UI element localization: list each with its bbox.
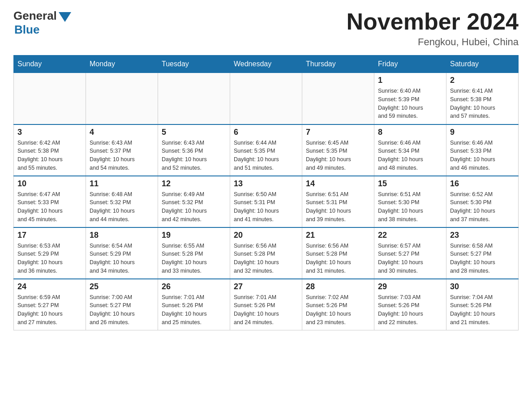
day-number: 16 <box>450 179 515 188</box>
logo-triangle-icon <box>59 12 71 22</box>
week-row-5: 24Sunrise: 6:59 AM Sunset: 5:27 PM Dayli… <box>14 279 519 330</box>
calendar-cell: 21Sunrise: 6:56 AM Sunset: 5:28 PM Dayli… <box>302 227 374 279</box>
calendar-cell <box>302 73 374 124</box>
day-info: Sunrise: 6:50 AM Sunset: 5:31 PM Dayligh… <box>234 190 298 224</box>
calendar-table: SundayMondayTuesdayWednesdayThursdayFrid… <box>13 55 519 330</box>
calendar-cell: 23Sunrise: 6:58 AM Sunset: 5:27 PM Dayli… <box>446 227 519 279</box>
weekday-header-tuesday: Tuesday <box>158 56 230 73</box>
calendar-cell: 25Sunrise: 7:00 AM Sunset: 5:27 PM Dayli… <box>86 279 158 330</box>
calendar-cell: 5Sunrise: 6:43 AM Sunset: 5:36 PM Daylig… <box>158 124 230 176</box>
calendar-cell: 19Sunrise: 6:55 AM Sunset: 5:28 PM Dayli… <box>158 227 230 279</box>
day-number: 4 <box>90 128 154 137</box>
day-number: 23 <box>450 231 515 240</box>
day-info: Sunrise: 7:04 AM Sunset: 5:26 PM Dayligh… <box>450 293 515 327</box>
day-info: Sunrise: 6:59 AM Sunset: 5:27 PM Dayligh… <box>17 293 82 327</box>
day-number: 19 <box>162 231 226 240</box>
day-number: 14 <box>306 179 370 188</box>
day-info: Sunrise: 6:56 AM Sunset: 5:28 PM Dayligh… <box>234 242 298 275</box>
day-info: Sunrise: 6:51 AM Sunset: 5:30 PM Dayligh… <box>378 190 442 224</box>
day-number: 28 <box>306 282 370 291</box>
calendar-cell: 22Sunrise: 6:57 AM Sunset: 5:27 PM Dayli… <box>374 227 446 279</box>
day-info: Sunrise: 6:48 AM Sunset: 5:32 PM Dayligh… <box>90 190 154 224</box>
day-info: Sunrise: 6:41 AM Sunset: 5:38 PM Dayligh… <box>450 87 515 120</box>
day-number: 12 <box>162 179 226 188</box>
calendar-cell: 16Sunrise: 6:52 AM Sunset: 5:30 PM Dayli… <box>446 176 519 227</box>
calendar-cell: 13Sunrise: 6:50 AM Sunset: 5:31 PM Dayli… <box>230 176 302 227</box>
day-info: Sunrise: 6:40 AM Sunset: 5:39 PM Dayligh… <box>378 87 442 120</box>
month-title: November 2024 <box>347 9 519 34</box>
day-number: 13 <box>234 179 298 188</box>
day-info: Sunrise: 6:42 AM Sunset: 5:38 PM Dayligh… <box>17 139 82 172</box>
day-info: Sunrise: 6:45 AM Sunset: 5:35 PM Dayligh… <box>306 139 370 172</box>
day-number: 20 <box>234 231 298 240</box>
calendar-cell: 7Sunrise: 6:45 AM Sunset: 5:35 PM Daylig… <box>302 124 374 176</box>
logo: General Blue <box>13 9 71 37</box>
day-info: Sunrise: 6:46 AM Sunset: 5:33 PM Dayligh… <box>450 139 515 172</box>
day-number: 27 <box>234 282 298 291</box>
calendar-cell <box>14 73 86 124</box>
calendar-cell: 10Sunrise: 6:47 AM Sunset: 5:33 PM Dayli… <box>14 176 86 227</box>
day-number: 25 <box>90 282 154 291</box>
day-info: Sunrise: 6:47 AM Sunset: 5:33 PM Dayligh… <box>17 190 82 224</box>
day-number: 9 <box>450 128 515 137</box>
day-info: Sunrise: 6:51 AM Sunset: 5:31 PM Dayligh… <box>306 190 370 224</box>
weekday-header-thursday: Thursday <box>302 56 374 73</box>
day-info: Sunrise: 6:43 AM Sunset: 5:37 PM Dayligh… <box>90 139 154 172</box>
calendar-cell: 11Sunrise: 6:48 AM Sunset: 5:32 PM Dayli… <box>86 176 158 227</box>
calendar-cell: 28Sunrise: 7:02 AM Sunset: 5:26 PM Dayli… <box>302 279 374 330</box>
weekday-header-wednesday: Wednesday <box>230 56 302 73</box>
day-info: Sunrise: 7:01 AM Sunset: 5:26 PM Dayligh… <box>234 293 298 327</box>
weekday-header-friday: Friday <box>374 56 446 73</box>
day-info: Sunrise: 7:01 AM Sunset: 5:26 PM Dayligh… <box>162 293 226 327</box>
location-title: Fengkou, Hubei, China <box>347 36 519 48</box>
calendar-cell: 1Sunrise: 6:40 AM Sunset: 5:39 PM Daylig… <box>374 73 446 124</box>
day-info: Sunrise: 6:57 AM Sunset: 5:27 PM Dayligh… <box>378 242 442 275</box>
calendar-cell: 12Sunrise: 6:49 AM Sunset: 5:32 PM Dayli… <box>158 176 230 227</box>
day-info: Sunrise: 6:46 AM Sunset: 5:34 PM Dayligh… <box>378 139 442 172</box>
day-number: 3 <box>17 128 82 137</box>
calendar-cell: 27Sunrise: 7:01 AM Sunset: 5:26 PM Dayli… <box>230 279 302 330</box>
day-info: Sunrise: 6:56 AM Sunset: 5:28 PM Dayligh… <box>306 242 370 275</box>
calendar-cell: 24Sunrise: 6:59 AM Sunset: 5:27 PM Dayli… <box>14 279 86 330</box>
calendar-cell <box>230 73 302 124</box>
day-number: 15 <box>378 179 442 188</box>
calendar-cell: 29Sunrise: 7:03 AM Sunset: 5:26 PM Dayli… <box>374 279 446 330</box>
day-info: Sunrise: 7:03 AM Sunset: 5:26 PM Dayligh… <box>378 293 442 327</box>
day-number: 17 <box>17 231 82 240</box>
day-info: Sunrise: 6:49 AM Sunset: 5:32 PM Dayligh… <box>162 190 226 224</box>
calendar-cell: 30Sunrise: 7:04 AM Sunset: 5:26 PM Dayli… <box>446 279 519 330</box>
day-number: 10 <box>17 179 82 188</box>
calendar-cell: 26Sunrise: 7:01 AM Sunset: 5:26 PM Dayli… <box>158 279 230 330</box>
title-area: November 2024 Fengkou, Hubei, China <box>347 9 519 48</box>
calendar-cell: 2Sunrise: 6:41 AM Sunset: 5:38 PM Daylig… <box>446 73 519 124</box>
day-number: 30 <box>450 282 515 291</box>
day-number: 24 <box>17 282 82 291</box>
day-info: Sunrise: 6:44 AM Sunset: 5:35 PM Dayligh… <box>234 139 298 172</box>
day-info: Sunrise: 6:54 AM Sunset: 5:29 PM Dayligh… <box>90 242 154 275</box>
calendar-cell: 4Sunrise: 6:43 AM Sunset: 5:37 PM Daylig… <box>86 124 158 176</box>
day-number: 5 <box>162 128 226 137</box>
day-number: 6 <box>234 128 298 137</box>
calendar-cell: 17Sunrise: 6:53 AM Sunset: 5:29 PM Dayli… <box>14 227 86 279</box>
day-info: Sunrise: 7:02 AM Sunset: 5:26 PM Dayligh… <box>306 293 370 327</box>
week-row-1: 1Sunrise: 6:40 AM Sunset: 5:39 PM Daylig… <box>14 73 519 124</box>
calendar-cell: 3Sunrise: 6:42 AM Sunset: 5:38 PM Daylig… <box>14 124 86 176</box>
day-info: Sunrise: 6:43 AM Sunset: 5:36 PM Dayligh… <box>162 139 226 172</box>
header: General Blue November 2024 Fengkou, Hube… <box>13 9 519 48</box>
week-row-3: 10Sunrise: 6:47 AM Sunset: 5:33 PM Dayli… <box>14 176 519 227</box>
calendar-cell <box>86 73 158 124</box>
calendar-cell: 15Sunrise: 6:51 AM Sunset: 5:30 PM Dayli… <box>374 176 446 227</box>
calendar-cell <box>158 73 230 124</box>
day-number: 8 <box>378 128 442 137</box>
week-row-4: 17Sunrise: 6:53 AM Sunset: 5:29 PM Dayli… <box>14 227 519 279</box>
calendar-cell: 9Sunrise: 6:46 AM Sunset: 5:33 PM Daylig… <box>446 124 519 176</box>
day-number: 11 <box>90 179 154 188</box>
day-number: 2 <box>450 76 515 85</box>
day-info: Sunrise: 6:53 AM Sunset: 5:29 PM Dayligh… <box>17 242 82 275</box>
day-number: 21 <box>306 231 370 240</box>
calendar-cell: 20Sunrise: 6:56 AM Sunset: 5:28 PM Dayli… <box>230 227 302 279</box>
week-row-2: 3Sunrise: 6:42 AM Sunset: 5:38 PM Daylig… <box>14 124 519 176</box>
calendar-cell: 18Sunrise: 6:54 AM Sunset: 5:29 PM Dayli… <box>86 227 158 279</box>
day-info: Sunrise: 6:55 AM Sunset: 5:28 PM Dayligh… <box>162 242 226 275</box>
calendar-cell: 8Sunrise: 6:46 AM Sunset: 5:34 PM Daylig… <box>374 124 446 176</box>
